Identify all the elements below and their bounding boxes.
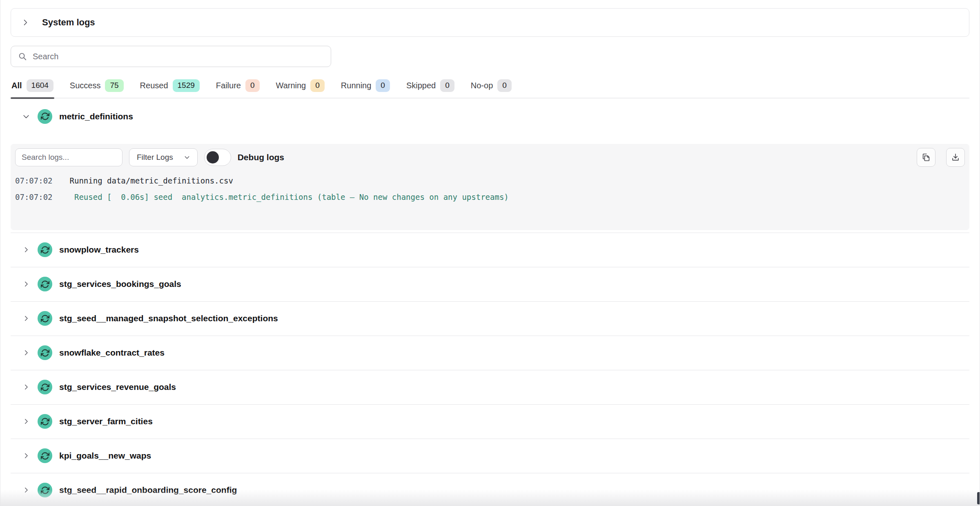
debug-logs-label: Debug logs xyxy=(238,152,284,162)
count-badge: 0 xyxy=(310,79,325,92)
item-label: stg_seed__managed_snapshot_selection_exc… xyxy=(59,313,278,323)
count-badge: 0 xyxy=(440,79,454,92)
item-label: stg_seed__rapid_onboarding_score_config xyxy=(59,485,237,495)
copy-logs-button[interactable] xyxy=(917,148,935,167)
reused-status-icon xyxy=(38,448,52,463)
chevron-right-icon[interactable] xyxy=(22,315,31,322)
status-tabs: All 1604 Success 75 Reused 1529 Failure … xyxy=(11,79,969,99)
reused-status-icon xyxy=(38,345,52,360)
tab-no-op[interactable]: No-op 0 xyxy=(470,79,512,98)
download-logs-button[interactable] xyxy=(946,148,965,167)
list-item-metric-definitions-expanded[interactable]: metric_definitions xyxy=(11,103,969,130)
count-badge: 1529 xyxy=(173,79,200,92)
item-label: stg_server_farm_cities xyxy=(59,416,153,426)
chevron-right-icon[interactable] xyxy=(22,486,31,494)
item-label: stg_services_revenue_goals xyxy=(59,382,176,392)
debug-logs-toggle[interactable] xyxy=(204,149,231,166)
tab-success[interactable]: Success 75 xyxy=(69,79,125,98)
tab-running[interactable]: Running 0 xyxy=(340,79,391,98)
system-logs-header[interactable]: System logs xyxy=(11,8,969,37)
reused-status-icon xyxy=(38,277,52,291)
log-item-list: snowplow_trackers stg_services_bookings_… xyxy=(11,233,969,506)
list-item-stg-services-revenue-goals[interactable]: stg_services_revenue_goals xyxy=(11,370,969,404)
log-output: 07:07:02 Running data/metric_definitions… xyxy=(15,172,965,205)
item-label: snowflake_contract_rates xyxy=(59,348,165,358)
reused-status-icon xyxy=(38,109,52,124)
log-search-box[interactable] xyxy=(15,148,122,166)
page-title: System logs xyxy=(42,17,95,28)
count-badge: 0 xyxy=(245,79,260,92)
log-line: 07:07:02 Running data/metric_definitions… xyxy=(15,172,965,189)
filter-logs-dropdown[interactable]: Filter Logs xyxy=(129,148,198,166)
reused-status-icon xyxy=(38,242,52,257)
count-badge: 0 xyxy=(376,79,390,92)
tab-warning[interactable]: Warning 0 xyxy=(275,79,325,98)
scrollbar-thumb[interactable] xyxy=(977,492,980,504)
logs-panel: Filter Logs Debug logs 07:07:02 Running … xyxy=(11,144,969,230)
list-item-stg-seed-rapid-onboarding-score-config[interactable]: stg_seed__rapid_onboarding_score_config xyxy=(11,473,969,506)
download-icon xyxy=(951,153,960,162)
list-item-kpi-goals-new-waps[interactable]: kpi_goals__new_waps xyxy=(11,439,969,473)
item-label: metric_definitions xyxy=(59,112,133,121)
tab-failure[interactable]: Failure 0 xyxy=(215,79,261,98)
tab-reused[interactable]: Reused 1529 xyxy=(139,79,200,98)
log-message: Running data/metric_definitions.csv xyxy=(70,172,233,189)
item-label: kpi_goals__new_waps xyxy=(59,451,151,461)
list-item-stg-server-farm-cities[interactable]: stg_server_farm_cities xyxy=(11,404,969,439)
log-search-input[interactable] xyxy=(22,153,116,162)
chevron-right-icon[interactable] xyxy=(22,452,31,459)
search-bar[interactable] xyxy=(11,46,331,67)
log-message: Reused [ 0.06s] seed analytics.metric_de… xyxy=(70,189,509,205)
chevron-down-icon[interactable] xyxy=(22,112,31,121)
reused-status-icon xyxy=(38,483,52,497)
count-badge: 1604 xyxy=(27,79,53,92)
chevron-right-icon[interactable] xyxy=(22,418,31,425)
chevron-right-icon[interactable] xyxy=(22,349,31,356)
reused-status-icon xyxy=(38,414,52,429)
item-label: snowplow_trackers xyxy=(59,245,139,255)
search-input[interactable] xyxy=(33,52,324,61)
list-item-snowflake-contract-rates[interactable]: snowflake_contract_rates xyxy=(11,336,969,370)
log-timestamp: 07:07:02 xyxy=(15,189,53,205)
copy-icon xyxy=(922,153,931,162)
list-item-stg-seed-managed-snapshot-selection-exceptions[interactable]: stg_seed__managed_snapshot_selection_exc… xyxy=(11,301,969,336)
list-item-snowplow-trackers[interactable]: snowplow_trackers xyxy=(11,233,969,267)
reused-status-icon xyxy=(38,311,52,326)
chevron-right-icon[interactable] xyxy=(22,280,31,288)
chevron-right-icon[interactable] xyxy=(21,18,30,27)
list-item-stg-services-bookings-goals[interactable]: stg_services_bookings_goals xyxy=(11,267,969,301)
main-content: System logs All 1604 Success 75 Reused 1… xyxy=(0,8,980,506)
item-label: stg_services_bookings_goals xyxy=(59,279,181,289)
logs-toolbar: Filter Logs Debug logs xyxy=(15,148,965,167)
search-icon xyxy=(18,52,27,61)
log-timestamp: 07:07:02 xyxy=(15,172,53,189)
count-badge: 0 xyxy=(497,79,512,92)
chevron-down-icon xyxy=(184,154,190,161)
reused-status-icon xyxy=(38,380,52,394)
tab-all[interactable]: All 1604 xyxy=(11,79,54,98)
chevron-right-icon[interactable] xyxy=(22,383,31,391)
count-badge: 75 xyxy=(105,79,123,92)
toggle-knob xyxy=(207,151,219,163)
tab-skipped[interactable]: Skipped 0 xyxy=(405,79,455,98)
log-line: 07:07:02 Reused [ 0.06s] seed analytics.… xyxy=(15,189,965,205)
chevron-right-icon[interactable] xyxy=(22,246,31,253)
